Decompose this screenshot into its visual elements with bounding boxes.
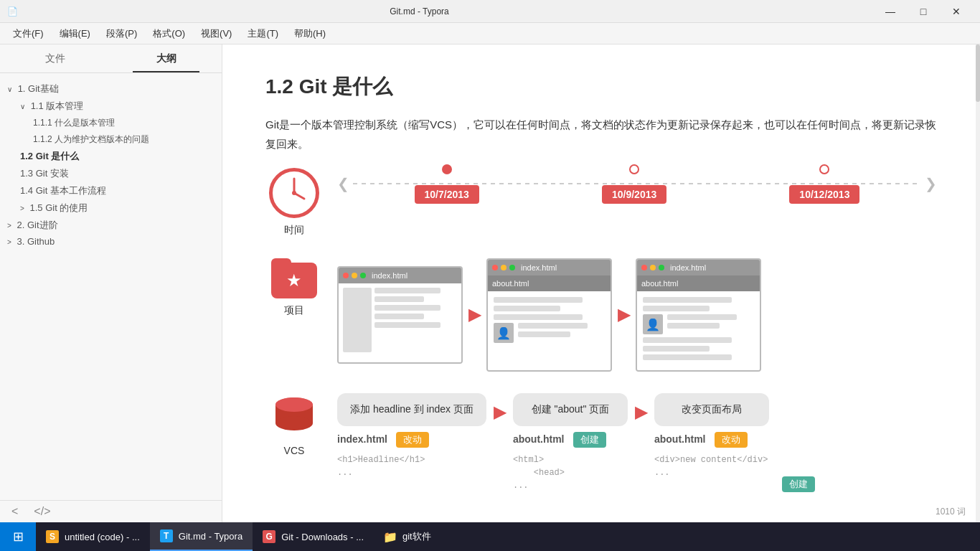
browser-mockup-3: index.html about.html 👤 (636, 258, 761, 372)
mock-text-2 (518, 323, 605, 343)
taskbar-label-folder: git软件 (402, 530, 431, 543)
sidebar-nav-row: < </> (0, 500, 222, 522)
outline-item-3[interactable]: > 3. Github (0, 234, 222, 249)
doc-title: 1.2 Git 是什么 (265, 73, 937, 100)
mock-line-2 (374, 296, 424, 302)
chevron-icon-1: ∨ (7, 85, 12, 93)
mock-line-3 (374, 305, 440, 311)
outline-item-15[interactable]: > 1.5 Git 的使用 (0, 199, 222, 217)
menu-edit[interactable]: 编辑(E) (52, 24, 98, 43)
outline-item-13[interactable]: 1.3 Git 安装 (0, 165, 222, 182)
browser-body-1 (339, 283, 461, 362)
vcs-label: VCS (284, 445, 305, 456)
timeline-node-1: 10/7/2013 (415, 164, 479, 204)
taskbar-label-chrome: Git - Downloads - ... (281, 532, 364, 542)
mock-line-2-5 (518, 331, 570, 337)
taskbar-item-chrome[interactable]: G Git - Downloads - ... (253, 522, 374, 551)
editor[interactable]: 1.2 Git 是什么 Git是一个版本管理控制系统（缩写VCS），它可以在任何… (222, 44, 980, 522)
menu-file[interactable]: 文件(F) (6, 24, 51, 43)
vcs-steps-row: 添加 headline 到 index 页面 index.html 改动 <h1… (337, 393, 815, 492)
time-label: 时间 (284, 224, 304, 237)
nav-back-button[interactable]: < (7, 504, 22, 519)
vcs-step-3: 改变页面布局 about.html 改动 <div>new content</d… (654, 393, 769, 479)
title-bar: 📄 Git.md - Typora — □ ✕ (0, 0, 980, 23)
menu-view[interactable]: 视图(V) (194, 24, 239, 43)
time-icon-container: 时间 (265, 168, 323, 237)
vcs-bubble-3: 改变页面布局 (654, 393, 769, 426)
chevron-icon-3: > (7, 238, 11, 246)
menu-bar: 文件(F) 编辑(E) 段落(P) 格式(O) 视图(V) 主题(T) 帮助(H… (0, 23, 980, 44)
doc-paragraph: Git是一个版本管理控制系统（缩写VCS），它可以在任何时间点，将文档的状态作为… (265, 115, 937, 154)
taskbar-item-folder[interactable]: 📁 git软件 (374, 522, 441, 551)
folder-taskbar-icon: 📁 (384, 530, 397, 543)
tab-outline[interactable]: 大纲 (111, 44, 222, 72)
start-button[interactable]: ⊞ (0, 522, 36, 551)
vcs-file-2: about.html 创建 (513, 432, 628, 448)
outline-item-14[interactable]: 1.4 Git 基本工作流程 (0, 182, 222, 199)
outline-item-2[interactable]: > 2. Git进阶 (0, 217, 222, 234)
vcs-badge-1: 改动 (396, 432, 429, 448)
mock-line-3-2 (643, 306, 710, 311)
browser-body-3: 👤 (637, 291, 760, 370)
mock-avatar-2: 👤 (494, 323, 514, 343)
mock-line-3-7 (643, 354, 732, 360)
outline-item-12[interactable]: 1.2 Git 是什么 (0, 148, 222, 165)
vcs-bubble-1: 添加 headline 到 index 页面 (337, 393, 486, 426)
outline-item-1[interactable]: ∨ 1. Git基础 (0, 80, 222, 98)
clock-icon (269, 168, 319, 218)
arrow-icon-2: ▶ (618, 306, 630, 324)
vcs-file-1: index.html 改动 (337, 432, 486, 448)
vcs-step-1: 添加 headline 到 index 页面 index.html 改动 <h1… (337, 393, 486, 479)
tab-files[interactable]: 文件 (0, 44, 111, 72)
minimize-button[interactable]: — (874, 0, 907, 23)
menu-theme[interactable]: 主题(T) (240, 24, 286, 43)
timeline-dot-1 (442, 164, 452, 174)
svg-point-6 (275, 397, 313, 412)
dot-red-3 (641, 265, 647, 270)
browser-filename-2a: index.html (521, 263, 557, 272)
maximize-button[interactable]: □ (907, 0, 940, 23)
outline-item-112[interactable]: 1.1.2 人为维护文档版本的问题 (0, 131, 222, 148)
vcs-code-2: <html> <head>... (513, 453, 628, 492)
timeline-bar: ❮ 10/7/2013 10/9/2013 10/12/2013 (337, 175, 937, 192)
browser-bar-1: index.html (339, 268, 461, 283)
clock-svg (273, 171, 316, 215)
outline-item-11[interactable]: ∨ 1.1 版本管理 (0, 98, 222, 115)
menu-help[interactable]: 帮助(H) (287, 24, 333, 43)
taskbar-item-sublimetext[interactable]: S untitled (code) - ... (36, 522, 150, 551)
sidebar-content: ∨ 1. Git基础 ∨ 1.1 版本管理 1.1.1 什么是版本管理 1.1.… (0, 73, 222, 500)
mock-avatar-row-3: 👤 (643, 314, 754, 334)
mock-sidebar-1 (343, 288, 372, 352)
dot-green-2 (509, 265, 515, 270)
timeline-line: 10/7/2013 10/9/2013 10/12/2013 (353, 183, 921, 184)
browser-filename-3a: index.html (670, 263, 706, 272)
typora-icon: T (160, 529, 173, 542)
taskbar: ⊞ S untitled (code) - ... T Git.md - Typ… (0, 522, 980, 551)
outline-item-111[interactable]: 1.1.1 什么是版本管理 (0, 115, 222, 131)
sublimetext-icon: S (46, 530, 59, 543)
timeline-section: 时间 ❮ 10/7/2013 10/9/2013 (265, 168, 937, 237)
close-button[interactable]: ✕ (940, 0, 973, 23)
timeline-dot-2 (629, 164, 639, 174)
timeline-left-arrow[interactable]: ❮ (337, 175, 349, 192)
taskbar-item-typora[interactable]: T Git.md - Typora (150, 522, 253, 551)
project-label: 项目 (284, 304, 304, 317)
scrollbar-track[interactable] (976, 44, 980, 522)
nav-code-button[interactable]: </> (29, 504, 55, 519)
window-controls: — □ ✕ (874, 0, 973, 23)
timeline-node-3: 10/12/2013 (789, 164, 859, 204)
dot-yellow-1 (352, 273, 357, 278)
menu-format[interactable]: 格式(O) (146, 24, 192, 43)
timeline-date-1: 10/7/2013 (415, 185, 479, 204)
windows-logo-icon: ⊞ (13, 529, 24, 545)
timeline-right-arrow[interactable]: ❯ (925, 175, 937, 192)
browser-filename-3b: about.html (641, 279, 678, 288)
scrollbar-thumb[interactable] (976, 44, 980, 102)
mock-line-1 (374, 288, 440, 293)
sidebar: 文件 大纲 ∨ 1. Git基础 ∨ 1.1 版本管理 1.1.1 什么是版本管… (0, 44, 222, 522)
sidebar-tabs: 文件 大纲 (0, 44, 222, 73)
chevron-icon-11: ∨ (20, 103, 25, 110)
dot-yellow-3 (650, 265, 656, 270)
mock-line-2-3 (494, 314, 583, 320)
menu-paragraph[interactable]: 段落(P) (99, 24, 144, 43)
